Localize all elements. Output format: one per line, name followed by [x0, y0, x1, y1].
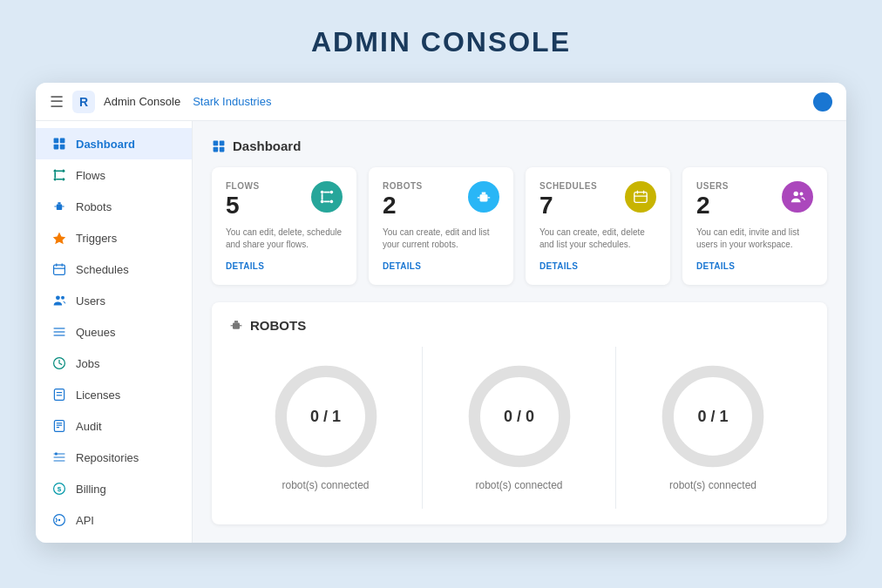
stat-details-flows[interactable]: DETAILS	[226, 261, 343, 271]
sidebar-label-licenses: Licenses	[76, 389, 120, 402]
sidebar: Dashboard Flows Robots Tri	[36, 121, 193, 543]
audit-icon	[51, 418, 67, 434]
sidebar-label-jobs: Jobs	[76, 357, 99, 370]
page-heading: ADMIN CONSOLE	[311, 26, 571, 58]
sidebar-label-audit: Audit	[76, 420, 102, 433]
billing-icon: $	[51, 481, 67, 497]
stat-number-users: 2	[696, 193, 729, 220]
sidebar-item-jobs[interactable]: Jobs	[36, 348, 192, 379]
stat-desc-flows: You can edit, delete, schedule and share…	[226, 226, 343, 251]
workspace-name[interactable]: Stark Industries	[193, 95, 271, 108]
stat-card-users: USERS 2 You can edit, invite and list us…	[682, 167, 827, 285]
robot-item-0: 0 / 1 robot(s) connected	[229, 347, 423, 509]
svg-rect-18	[54, 265, 65, 274]
svg-point-23	[61, 296, 64, 300]
robot-fraction-2: 0 / 1	[697, 407, 728, 425]
sidebar-label-dashboard: Dashboard	[76, 138, 135, 151]
sidebar-item-repositories[interactable]: Repositories	[36, 442, 192, 473]
stat-icon-schedules	[625, 181, 656, 213]
sidebar-item-queues[interactable]: Queues	[36, 316, 192, 348]
app-window: ☰ R Admin Console Stark Industries Dashb…	[36, 83, 846, 543]
svg-point-56	[481, 198, 483, 199]
sidebar-label-api: API	[76, 514, 94, 527]
svg-point-48	[330, 191, 334, 194]
svg-point-68	[234, 326, 235, 328]
stat-details-robots[interactable]: DETAILS	[383, 261, 499, 271]
svg-point-5	[62, 170, 64, 172]
sidebar-item-api[interactable]: API	[36, 504, 192, 536]
sidebar-item-users[interactable]: Users	[36, 285, 192, 316]
sidebar-item-licenses[interactable]: Licenses	[36, 379, 192, 410]
user-avatar[interactable]	[813, 92, 832, 112]
svg-rect-3	[60, 145, 65, 150]
stat-card-flows: FLOWS 5 You can edit, delete, schedule a…	[212, 167, 356, 285]
robot-label-2: robot(s) connected	[669, 479, 756, 491]
svg-point-49	[321, 200, 324, 204]
stat-desc-users: You can edit, invite and list users in y…	[696, 226, 813, 251]
svg-rect-12	[58, 202, 60, 204]
svg-rect-60	[634, 193, 647, 203]
sidebar-label-robots: Robots	[76, 200, 112, 213]
robot-donut-1: 0 / 0	[467, 364, 572, 469]
sidebar-item-robots[interactable]: Robots	[36, 191, 192, 222]
svg-rect-67	[234, 321, 238, 322]
svg-point-50	[330, 200, 334, 204]
robot-label-1: robot(s) connected	[475, 479, 562, 491]
svg-rect-31	[54, 421, 64, 432]
sidebar-label-queues: Queues	[76, 326, 116, 339]
robot-fraction-1: 0 / 0	[504, 407, 534, 425]
robot-label-0: robot(s) connected	[282, 479, 369, 491]
app-name: Admin Console	[104, 95, 180, 108]
schedules-icon	[51, 261, 67, 277]
stat-details-users[interactable]: DETAILS	[696, 261, 813, 271]
svg-point-65	[800, 192, 804, 195]
api-icon	[51, 512, 67, 528]
sidebar-item-schedules[interactable]: Schedules	[36, 253, 192, 285]
svg-rect-28	[54, 389, 64, 401]
robot-item-1: 0 / 0 robot(s) connected	[423, 347, 616, 509]
sidebar-label-triggers: Triggers	[76, 232, 117, 245]
svg-point-69	[237, 326, 239, 328]
stat-icon-users	[782, 181, 813, 213]
robots-section-title: ROBOTS	[229, 318, 810, 333]
robots-section: ROBOTS 0 / 1 robot(s) connected	[212, 302, 827, 524]
stat-label-flows: FLOWS	[226, 181, 260, 191]
repositories-icon	[51, 449, 67, 465]
robot-item-2: 0 / 1 robot(s) connected	[616, 347, 810, 509]
svg-point-13	[58, 206, 59, 208]
sidebar-item-dashboard[interactable]: Dashboard	[36, 128, 192, 159]
stat-icon-robots	[468, 181, 499, 213]
svg-rect-43	[214, 140, 219, 145]
sidebar-item-flows[interactable]: Flows	[36, 159, 192, 191]
svg-point-64	[794, 192, 798, 196]
sidebar-item-audit[interactable]: Audit	[36, 410, 192, 442]
svg-rect-45	[214, 146, 219, 152]
stat-desc-schedules: You can create, edit, delete and list yo…	[539, 226, 656, 251]
stat-icon-flows	[311, 181, 343, 213]
stat-label-robots: ROBOTS	[383, 181, 423, 191]
robot-fraction-0: 0 / 1	[310, 407, 341, 425]
dashboard-title: Dashboard	[233, 139, 301, 153]
sidebar-label-schedules: Schedules	[76, 263, 129, 276]
sidebar-label-users: Users	[76, 294, 105, 308]
svg-rect-44	[220, 140, 225, 145]
stat-number-robots: 2	[383, 193, 423, 220]
svg-text:$: $	[58, 485, 62, 493]
svg-point-4	[54, 170, 57, 172]
sidebar-item-triggers[interactable]: Triggers	[36, 222, 192, 253]
top-bar: ☰ R Admin Console Stark Industries	[36, 83, 846, 121]
svg-rect-54	[480, 194, 488, 201]
stat-details-schedules[interactable]: DETAILS	[539, 261, 656, 271]
svg-point-42	[58, 519, 60, 521]
sidebar-item-billing[interactable]: $ Billing	[36, 473, 192, 504]
stat-number-schedules: 7	[539, 193, 597, 220]
sidebar-label-billing: Billing	[76, 483, 106, 496]
stat-label-users: USERS	[696, 181, 729, 191]
queues-icon	[51, 324, 67, 340]
hamburger-icon[interactable]: ☰	[50, 92, 64, 112]
jobs-icon	[51, 355, 67, 371]
svg-rect-2	[54, 145, 59, 150]
main-content: Dashboard FLOWS 5 You can edit,	[193, 121, 846, 543]
robot-donut-2: 0 / 1	[661, 364, 765, 469]
robots-grid: 0 / 1 robot(s) connected 0 / 0	[229, 347, 810, 509]
